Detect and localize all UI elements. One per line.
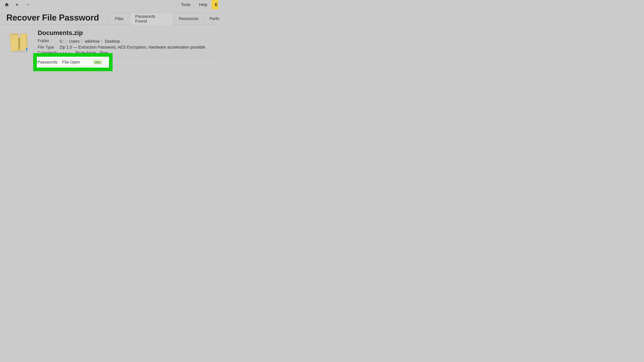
svg-rect-14 bbox=[18, 33, 20, 38]
tab-passwords-found[interactable]: Passwords Found bbox=[130, 13, 173, 25]
passwords-label: Passwords: bbox=[38, 60, 58, 64]
folder-label: Folder bbox=[38, 39, 60, 44]
back-button[interactable] bbox=[12, 0, 23, 9]
abc-badge[interactable]: abc bbox=[93, 60, 103, 65]
menu-tools[interactable]: Tools bbox=[177, 0, 195, 9]
svg-rect-12 bbox=[18, 48, 20, 48]
svg-rect-11 bbox=[18, 46, 20, 47]
tab-bar: Files Passwords Found Resources Perfo bbox=[109, 13, 220, 24]
svg-rect-4 bbox=[18, 38, 20, 38]
page-title: Recover File Password bbox=[0, 12, 109, 24]
tab-files[interactable]: Files bbox=[109, 13, 130, 24]
e-button[interactable]: E bbox=[212, 0, 218, 9]
svg-rect-16 bbox=[26, 48, 28, 50]
top-toolbar: Tools Help E bbox=[0, 0, 220, 9]
svg-rect-10 bbox=[18, 45, 20, 46]
svg-rect-7 bbox=[18, 42, 20, 42]
home-button[interactable] bbox=[2, 0, 12, 9]
home-icon bbox=[4, 2, 9, 7]
file-name: Documents.zip bbox=[38, 29, 214, 36]
passwords-highlight-box: Passwords: File-Open abc bbox=[33, 53, 112, 71]
filetype-row: File Type Zip 1.0 — Extraction Password,… bbox=[38, 45, 214, 50]
folder-row: Folder C: 〉Users 〉wikiHow 〉Desktop bbox=[38, 39, 214, 44]
arrow-right-icon bbox=[25, 2, 30, 7]
tab-performance[interactable]: Perfo bbox=[204, 13, 220, 24]
folder-value: C: 〉Users 〉wikiHow 〉Desktop bbox=[60, 39, 120, 44]
svg-rect-5 bbox=[18, 39, 20, 40]
passwords-row: Passwords: File-Open abc bbox=[37, 57, 109, 67]
svg-rect-8 bbox=[18, 43, 20, 43]
filetype-label: File Type bbox=[38, 45, 60, 50]
svg-rect-9 bbox=[18, 44, 20, 44]
svg-point-15 bbox=[14, 51, 29, 53]
forward-button[interactable] bbox=[23, 0, 33, 9]
passwords-value: File-Open bbox=[62, 60, 90, 64]
header-bar: Recover File Password Files Passwords Fo… bbox=[0, 9, 220, 25]
arrow-left-icon bbox=[15, 2, 20, 7]
svg-rect-6 bbox=[18, 40, 20, 41]
tab-resources[interactable]: Resources bbox=[173, 13, 204, 24]
zip-file-icon bbox=[9, 29, 32, 58]
content-area: Documents.zip Folder C: 〉Users 〉wikiHow … bbox=[0, 25, 220, 58]
filetype-value: Zip 1.0 — Extraction Password, AES Encry… bbox=[60, 45, 205, 50]
menu-help[interactable]: Help bbox=[195, 0, 212, 9]
